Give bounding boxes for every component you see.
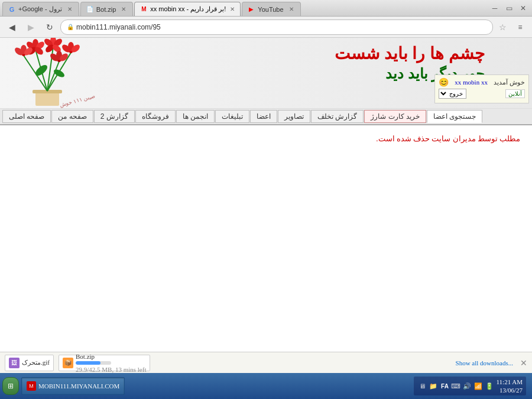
lock-icon: 🔒 (67, 24, 74, 30)
nav-report-cheat[interactable]: گزارش تخلف (311, 110, 364, 123)
tab-botzip-label: Bot.zip (96, 6, 116, 13)
battery-icon[interactable]: 🔋 (485, 381, 494, 391)
keyboard-icon[interactable]: ⌨ (451, 381, 460, 391)
forward-button[interactable]: ▶ (22, 19, 39, 35)
tab-google[interactable]: G +Google - ترول ✕ (2, 2, 79, 16)
desktop-icon[interactable]: 🖥 (417, 381, 427, 391)
taskbar-item-label: MOBIN111.MIYANALI.COM (38, 382, 119, 390)
maximize-button[interactable]: ▭ (502, 2, 515, 15)
tab-mobin[interactable]: M xx mobin xx - بر قرار داریم! ✕ (134, 2, 241, 16)
reload-button[interactable]: ↻ (41, 19, 58, 35)
taskbar-items: M MOBIN111.MIYANALI.COM (19, 373, 410, 399)
header-title-1: چشم ها را باید شست (335, 44, 485, 63)
address-bar[interactable]: 🔒 mobin111.miyanali.com/95 (60, 20, 493, 35)
nav-report2[interactable]: گزارش 2 (94, 110, 135, 123)
online-badge: آنلاین (505, 89, 525, 98)
login-welcome-text: خوش آمدید (494, 79, 525, 86)
menu-button[interactable]: ≡ (512, 19, 528, 35)
svg-line-5 (24, 56, 47, 91)
youtube-tab-icon: ▶ (247, 5, 255, 14)
tab-mobin-label: xx mobin xx - بر قرار داریم! (150, 5, 226, 13)
downloads-bar-close[interactable]: ✕ (520, 358, 527, 368)
start-button[interactable]: ⊞ (2, 377, 19, 395)
page-content: چشم ها را باید شست جور دیگر باید دید صبی… (0, 38, 532, 399)
nav-home[interactable]: صفحه اصلی (2, 110, 51, 123)
header-flowers (0, 38, 130, 109)
logout-select[interactable]: خروج (439, 89, 466, 99)
url-text: mobin111.miyanali.com/95 (76, 23, 486, 31)
login-username: xx mobin xx (455, 79, 488, 86)
tab-youtube[interactable]: ▶ YouTube ✕ (242, 2, 300, 16)
tabs-area: G +Google - ترول ✕ 📄 Bot.zip ✕ M xx mobi… (2, 0, 488, 16)
volume-icon[interactable]: 🔊 (462, 381, 472, 391)
tab-google-label: +Google - ترول (18, 5, 62, 13)
nav-search[interactable]: جستجوی اعضا (427, 110, 482, 123)
window-controls: ─ ▭ ✕ (488, 2, 530, 15)
nav-ads[interactable]: تبلیغات (215, 110, 249, 123)
clock-date: 13/06/27 (496, 386, 523, 394)
tab-youtube-label: YouTube (258, 6, 283, 13)
zip-download-size: 29.9/42.5 MB, 13 mins left (76, 366, 146, 373)
nav-buy-card[interactable]: خرید کارت شارژ (364, 110, 426, 123)
nav-mypage[interactable]: صفحه من (51, 110, 93, 123)
downloads-bar: 🖼 متحرک.gif 📦 Bot.zip 29.9/42.5 MB, 13 m… (0, 352, 532, 373)
mobin-tab-icon: M (140, 5, 148, 14)
nav-photos[interactable]: تصاویر (278, 110, 310, 123)
back-button[interactable]: ◀ (4, 19, 20, 35)
bookmark-button[interactable]: ☆ (495, 20, 510, 34)
main-content: مطلب توسط مدیران سایت حذف شده است. (0, 125, 532, 150)
network-icon[interactable]: 📶 (473, 381, 483, 391)
clock-time: 11:21 AM (496, 378, 523, 386)
site-header: چشم ها را باید شست جور دیگر باید دید صبی… (0, 38, 532, 109)
folder-icon[interactable]: 📁 (429, 381, 438, 391)
login-controls-row: آنلاین خروج (439, 89, 525, 99)
deleted-message: مطلب توسط مدیران سایت حذف شده است. (12, 134, 520, 144)
language-indicator[interactable]: FA (440, 381, 449, 391)
zip-download-info: Bot.zip 29.9/42.5 MB, 13 mins left (76, 353, 146, 373)
botzip-tab-icon: 📄 (86, 5, 94, 14)
taskbar: ⊞ M MOBIN111.MIYANALI.COM 🖥 📁 FA ⌨ 🔊 📶 🔋 (0, 373, 532, 399)
browser-window: G +Google - ترول ✕ 📄 Bot.zip ✕ M xx mobi… (0, 0, 532, 399)
tab-youtube-close[interactable]: ✕ (287, 5, 296, 14)
login-welcome-row: خوش آمدید xx mobin xx 😊 (439, 77, 525, 87)
system-clock: 11:21 AM 13/06/27 (496, 378, 523, 395)
tab-google-close[interactable]: ✕ (66, 5, 74, 14)
browser-taskbar-icon: M (27, 381, 36, 391)
nav-bar: ◀ ▶ ↻ 🔒 mobin111.miyanali.com/95 ☆ ≡ (0, 17, 532, 38)
systray: 🖥 📁 FA ⌨ 🔊 📶 🔋 11:21 AM 13/06/27 (414, 377, 526, 395)
nav-forum[interactable]: انجمن ها (176, 110, 215, 123)
title-bar: G +Google - ترول ✕ 📄 Bot.zip ✕ M xx mobi… (0, 0, 532, 17)
zip-download-icon: 📦 (63, 358, 73, 368)
show-all-downloads-link[interactable]: Show all downloads... (456, 359, 513, 366)
taskbar-right: 🖥 📁 FA ⌨ 🔊 📶 🔋 11:21 AM 13/06/27 (410, 377, 530, 395)
download-item-gif[interactable]: 🖼 متحرک.gif (5, 355, 54, 371)
tab-botzip[interactable]: 📄 Bot.zip ✕ (80, 2, 134, 16)
google-tab-icon: G (8, 5, 16, 14)
tab-botzip-close[interactable]: ✕ (119, 5, 128, 14)
start-icon: ⊞ (8, 382, 14, 390)
nav-members[interactable]: اعضا (250, 110, 277, 123)
smiley-icon: 😊 (439, 77, 449, 87)
gif-download-name: متحرک.gif (22, 359, 50, 366)
site-nav: صفحه اصلی صفحه من گزارش 2 فروشگاه انجمن … (0, 109, 532, 125)
taskbar-item-browser[interactable]: M MOBIN111.MIYANALI.COM (21, 377, 125, 395)
svg-point-7 (34, 63, 49, 78)
tab-mobin-close[interactable]: ✕ (229, 5, 235, 14)
nav-shop[interactable]: فروشگاه (135, 110, 176, 123)
close-button[interactable]: ✕ (517, 2, 530, 15)
download-progress-fill (76, 361, 100, 365)
gif-download-icon: 🖼 (9, 358, 20, 368)
minimize-button[interactable]: ─ (488, 2, 501, 15)
download-item-zip[interactable]: 📦 Bot.zip 29.9/42.5 MB, 13 mins left (59, 355, 150, 371)
download-progress-bar (76, 361, 111, 365)
login-box: خوش آمدید xx mobin xx 😊 آنلاین خروج (434, 74, 529, 103)
zip-download-name: Bot.zip (76, 353, 146, 360)
